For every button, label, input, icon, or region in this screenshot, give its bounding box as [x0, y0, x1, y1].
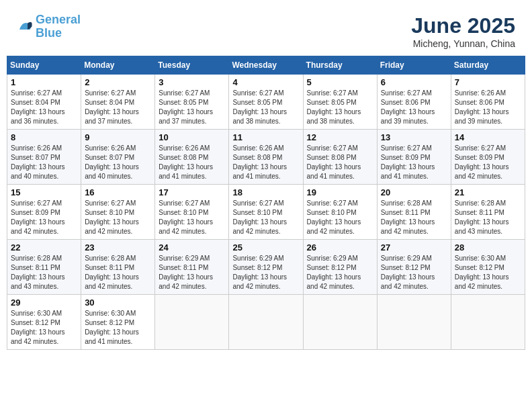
day-info: Sunrise: 6:27 AM Sunset: 8:04 PM Dayligh… [11, 89, 77, 126]
calendar-cell [155, 295, 229, 350]
day-number: 5 [307, 77, 373, 87]
day-info: Sunrise: 6:29 AM Sunset: 8:12 PM Dayligh… [307, 254, 373, 291]
day-number: 15 [11, 187, 77, 197]
day-number: 26 [307, 242, 373, 253]
day-info: Sunrise: 6:27 AM Sunset: 8:05 PM Dayligh… [159, 89, 225, 126]
day-number: 21 [455, 187, 521, 197]
day-info: Sunrise: 6:28 AM Sunset: 8:11 PM Dayligh… [11, 254, 77, 291]
day-number: 12 [307, 132, 373, 142]
calendar-cell: 14 Sunrise: 6:27 AM Sunset: 8:09 PM Dayl… [451, 130, 525, 185]
day-number: 7 [455, 77, 521, 87]
day-info: Sunrise: 6:27 AM Sunset: 8:10 PM Dayligh… [159, 199, 225, 236]
day-number: 23 [85, 242, 151, 253]
calendar-cell: 15 Sunrise: 6:27 AM Sunset: 8:09 PM Dayl… [7, 185, 81, 240]
calendar-header-row: Sunday Monday Tuesday Wednesday Thursday… [7, 56, 525, 75]
day-number: 13 [381, 132, 447, 142]
calendar-cell: 26 Sunrise: 6:29 AM Sunset: 8:12 PM Dayl… [303, 240, 377, 295]
calendar-cell: 2 Sunrise: 6:27 AM Sunset: 8:04 PM Dayli… [81, 75, 155, 130]
logo-icon [17, 19, 33, 35]
day-info: Sunrise: 6:26 AM Sunset: 8:07 PM Dayligh… [11, 144, 77, 181]
calendar-cell: 7 Sunrise: 6:26 AM Sunset: 8:06 PM Dayli… [451, 75, 525, 130]
day-number: 22 [11, 242, 77, 253]
day-info: Sunrise: 6:28 AM Sunset: 8:11 PM Dayligh… [85, 254, 151, 291]
day-number: 17 [159, 187, 225, 197]
day-info: Sunrise: 6:29 AM Sunset: 8:12 PM Dayligh… [232, 254, 299, 291]
day-number: 16 [85, 187, 151, 197]
day-info: Sunrise: 6:27 AM Sunset: 8:09 PM Dayligh… [11, 199, 77, 236]
day-number: 30 [85, 298, 151, 308]
calendar-cell: 3 Sunrise: 6:27 AM Sunset: 8:05 PM Dayli… [155, 75, 229, 130]
calendar-cell: 29 Sunrise: 6:30 AM Sunset: 8:12 PM Dayl… [7, 295, 81, 350]
calendar-cell: 4 Sunrise: 6:27 AM Sunset: 8:05 PM Dayli… [229, 75, 303, 130]
day-info: Sunrise: 6:27 AM Sunset: 8:09 PM Dayligh… [381, 144, 447, 181]
day-number: 29 [11, 298, 77, 308]
day-number: 8 [11, 132, 77, 142]
day-info: Sunrise: 6:27 AM Sunset: 8:09 PM Dayligh… [455, 144, 521, 181]
day-number: 9 [85, 132, 151, 142]
calendar-cell: 25 Sunrise: 6:29 AM Sunset: 8:12 PM Dayl… [229, 240, 303, 295]
page-header: General Blue June 2025 Micheng, Yunnan, … [7, 7, 525, 52]
col-monday: Monday [81, 56, 155, 75]
day-info: Sunrise: 6:30 AM Sunset: 8:12 PM Dayligh… [11, 309, 77, 347]
calendar-cell [451, 295, 525, 350]
calendar-cell: 27 Sunrise: 6:29 AM Sunset: 8:12 PM Dayl… [377, 240, 451, 295]
calendar-cell: 1 Sunrise: 6:27 AM Sunset: 8:04 PM Dayli… [7, 75, 81, 130]
day-info: Sunrise: 6:27 AM Sunset: 8:10 PM Dayligh… [85, 199, 151, 236]
col-friday: Friday [377, 56, 451, 75]
calendar-cell: 30 Sunrise: 6:30 AM Sunset: 8:12 PM Dayl… [81, 295, 155, 350]
calendar-cell: 12 Sunrise: 6:27 AM Sunset: 8:08 PM Dayl… [303, 130, 377, 185]
calendar-cell [377, 295, 451, 350]
calendar-cell: 10 Sunrise: 6:26 AM Sunset: 8:08 PM Dayl… [155, 130, 229, 185]
day-info: Sunrise: 6:29 AM Sunset: 8:12 PM Dayligh… [381, 254, 447, 291]
day-number: 3 [159, 77, 225, 87]
day-info: Sunrise: 6:26 AM Sunset: 8:06 PM Dayligh… [455, 89, 521, 126]
calendar-cell: 21 Sunrise: 6:28 AM Sunset: 8:11 PM Dayl… [451, 185, 525, 240]
calendar-cell: 6 Sunrise: 6:27 AM Sunset: 8:06 PM Dayli… [377, 75, 451, 130]
calendar-cell: 20 Sunrise: 6:28 AM Sunset: 8:11 PM Dayl… [377, 185, 451, 240]
calendar-cell [229, 295, 303, 350]
day-info: Sunrise: 6:27 AM Sunset: 8:05 PM Dayligh… [307, 89, 373, 126]
day-number: 28 [455, 242, 521, 253]
day-info: Sunrise: 6:26 AM Sunset: 8:08 PM Dayligh… [232, 144, 299, 181]
calendar-cell: 28 Sunrise: 6:30 AM Sunset: 8:12 PM Dayl… [451, 240, 525, 295]
day-info: Sunrise: 6:27 AM Sunset: 8:08 PM Dayligh… [307, 144, 373, 181]
day-info: Sunrise: 6:28 AM Sunset: 8:11 PM Dayligh… [455, 199, 521, 236]
day-info: Sunrise: 6:27 AM Sunset: 8:10 PM Dayligh… [232, 199, 299, 236]
calendar-cell: 16 Sunrise: 6:27 AM Sunset: 8:10 PM Dayl… [81, 185, 155, 240]
day-info: Sunrise: 6:28 AM Sunset: 8:11 PM Dayligh… [381, 199, 447, 236]
location: Micheng, Yunnan, China [411, 38, 515, 49]
day-info: Sunrise: 6:27 AM Sunset: 8:06 PM Dayligh… [381, 89, 447, 126]
col-saturday: Saturday [451, 56, 525, 75]
day-number: 25 [232, 242, 299, 253]
calendar-cell: 17 Sunrise: 6:27 AM Sunset: 8:10 PM Dayl… [155, 185, 229, 240]
day-number: 20 [381, 187, 447, 197]
day-number: 10 [159, 132, 225, 142]
day-info: Sunrise: 6:30 AM Sunset: 8:12 PM Dayligh… [85, 309, 151, 347]
col-sunday: Sunday [7, 56, 81, 75]
calendar-cell: 18 Sunrise: 6:27 AM Sunset: 8:10 PM Dayl… [229, 185, 303, 240]
col-thursday: Thursday [303, 56, 377, 75]
calendar-cell: 23 Sunrise: 6:28 AM Sunset: 8:11 PM Dayl… [81, 240, 155, 295]
calendar-cell [303, 295, 377, 350]
day-number: 1 [11, 77, 77, 87]
day-number: 14 [455, 132, 521, 142]
logo: General Blue [17, 13, 81, 40]
day-info: Sunrise: 6:29 AM Sunset: 8:11 PM Dayligh… [159, 254, 225, 291]
calendar-cell: 9 Sunrise: 6:26 AM Sunset: 8:07 PM Dayli… [81, 130, 155, 185]
day-info: Sunrise: 6:30 AM Sunset: 8:12 PM Dayligh… [455, 254, 521, 291]
day-info: Sunrise: 6:27 AM Sunset: 8:04 PM Dayligh… [85, 89, 151, 126]
day-number: 11 [232, 132, 299, 142]
calendar-cell: 19 Sunrise: 6:27 AM Sunset: 8:10 PM Dayl… [303, 185, 377, 240]
day-number: 2 [85, 77, 151, 87]
col-tuesday: Tuesday [155, 56, 229, 75]
calendar-cell: 24 Sunrise: 6:29 AM Sunset: 8:11 PM Dayl… [155, 240, 229, 295]
logo-text: General Blue [36, 13, 81, 40]
title-section: June 2025 Micheng, Yunnan, China [411, 13, 515, 49]
day-number: 6 [381, 77, 447, 87]
calendar-cell: 8 Sunrise: 6:26 AM Sunset: 8:07 PM Dayli… [7, 130, 81, 185]
calendar-cell: 11 Sunrise: 6:26 AM Sunset: 8:08 PM Dayl… [229, 130, 303, 185]
col-wednesday: Wednesday [229, 56, 303, 75]
day-info: Sunrise: 6:27 AM Sunset: 8:05 PM Dayligh… [232, 89, 299, 126]
day-number: 24 [159, 242, 225, 253]
day-info: Sunrise: 6:26 AM Sunset: 8:08 PM Dayligh… [159, 144, 225, 181]
